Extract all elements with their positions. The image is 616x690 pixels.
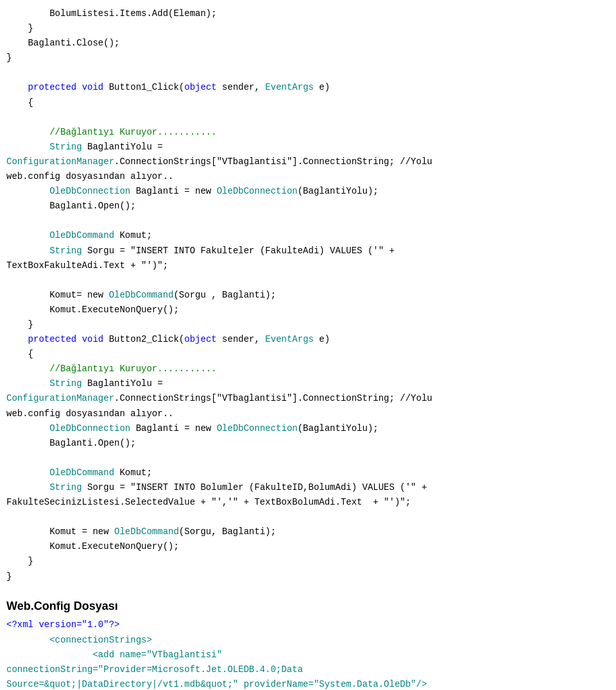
code-line: protected void Button2_Click(object send… [6,332,610,347]
code-part: } [6,319,33,330]
code-part [6,142,49,152]
code-part: Komut.ExecuteNonQuery(); [6,305,179,315]
code-part: Button1_Click( [103,82,184,92]
section-heading: Web.Config Dosyası [0,597,616,616]
code-part: void [82,82,104,92]
code-part: ConfigurationManager [6,156,114,167]
code-part: e) [314,82,330,92]
code-line [6,214,610,228]
code-part: (BaglantiYolu); [298,423,379,433]
code-line: } [6,317,610,332]
code-line [6,451,610,466]
code-line: //Bağlantıyı Kuruyor........... [6,125,610,140]
code-part [6,378,49,389]
code-line: OleDbCommand Komut; [6,466,610,480]
code-part: String [49,246,81,256]
code-part: (Sorgu , Baglanti); [173,290,276,300]
code-line: } [6,21,610,36]
code-line: String BaglantiYolu = [6,140,610,155]
code-line: String Sorgu = "INSERT INTO Bolumler (Fa… [6,480,610,495]
code-line: Komut= new OleDbCommand(Sorgu , Baglanti… [6,288,610,303]
code-part: TextBoxFakulteAdi.Text + "')"; [6,260,168,271]
xml-part: <add name="VTbaglantisi" [92,650,222,660]
code-part: web.config dosyasından alıyor.. [6,408,173,419]
code-part: web.config dosyasından alıyor.. [6,171,173,181]
code-part: Komut= new [6,290,109,300]
code-line [6,65,610,80]
code-part: BaglantiYolu = [82,142,163,152]
code-line [6,510,610,525]
code-part [76,82,81,92]
code-line: { [6,96,610,110]
code-line: OleDbConnection Baglanti = new OleDbConn… [6,184,610,199]
code-part: e) [314,334,330,344]
code-part: String [49,482,81,492]
code-line [6,110,610,125]
code-part: OleDbConnection [217,186,298,196]
code-part: String [49,378,81,389]
code-part [6,482,49,492]
code-line: } [6,554,610,569]
code-part [6,186,49,196]
code-part: Komut = new [6,526,114,537]
code-line: web.config dosyasından alıyor.. [6,169,610,184]
code-part: OleDbCommand [49,230,114,240]
code-part [6,467,49,478]
code-part [6,423,49,433]
code-part: } [6,53,12,63]
xml-part: <connectionStrings> [49,635,152,645]
code-line: TextBoxFakulteAdi.Text + "')"; [6,258,610,273]
code-line: BolumListesi.Items.Add(Eleman); [6,6,610,21]
code-part: String [49,142,81,152]
code-part: Baglanti.Open(); [6,438,136,448]
code-line: ConfigurationManager.ConnectionStrings["… [6,155,610,169]
xml-part: Source=&quot;|DataDirectory|/vt1.mdb&quo… [6,679,427,689]
code-line: protected void Button1_Click(object send… [6,80,610,95]
code-part: BolumListesi.Items.Add(Eleman); [6,8,217,19]
code-line [6,273,610,288]
code-part: protected [28,334,77,344]
code-line: OleDbCommand Komut; [6,228,610,243]
code-line: ConfigurationManager.ConnectionStrings["… [6,391,610,406]
code-part: { [6,349,33,359]
code-part: OleDbCommand [109,290,174,300]
xml-part [6,635,49,645]
code-line: String Sorgu = "INSERT INTO Fakulteler (… [6,244,610,258]
code-part: Baglanti = new [130,423,216,433]
code-part: Baglanti.Close(); [6,38,119,48]
code-line: Komut.ExecuteNonQuery(); [6,303,610,317]
code-part: sender, [217,334,266,344]
code-line: String BaglantiYolu = [6,376,610,391]
code-line: Baglanti.Close(); [6,36,610,51]
xml-part [6,650,92,660]
code-part: } [6,556,33,566]
code-part: OleDbCommand [114,526,179,537]
code-line: Komut = new OleDbCommand(Sorgu, Baglanti… [6,525,610,539]
code-part: Komut; [114,230,152,240]
xml-line: <connectionStrings> [6,633,610,648]
code-part [76,334,81,344]
code-part: } [6,571,12,582]
code-part: object [184,334,216,344]
code-part: (BaglantiYolu); [298,186,379,196]
xml-part: connectionString="Provider=Microsoft.Jet… [6,664,303,675]
xml-line: connectionString="Provider=Microsoft.Jet… [6,662,610,677]
code-line: Baglanti.Open(); [6,436,610,451]
code-part: OleDbConnection [49,423,130,433]
code-part: FakulteSecinizListesi.SelectedValue + "'… [6,497,411,507]
code-part: Komut; [114,467,152,478]
xml-container: <?xml version="1.0"?> <connectionStrings… [0,618,616,690]
code-part: void [82,334,104,344]
code-part: BaglantiYolu = [82,378,163,389]
code-line: Komut.ExecuteNonQuery(); [6,539,610,554]
code-part: OleDbConnection [49,186,130,196]
code-container: BolumListesi.Items.Add(Eleman); } Baglan… [0,6,616,584]
code-part: Komut.ExecuteNonQuery(); [6,541,179,551]
xml-part: <?xml version="1.0"?> [6,619,119,630]
code-part: Sorgu = "INSERT INTO Bolumler (FakulteID… [82,482,427,492]
code-part: //Bağlantıyı Kuruyor........... [6,364,217,374]
xml-line: <add name="VTbaglantisi" [6,648,610,662]
code-part: protected [28,82,77,92]
code-part: Baglanti.Open(); [6,201,136,211]
code-line: } [6,51,610,65]
